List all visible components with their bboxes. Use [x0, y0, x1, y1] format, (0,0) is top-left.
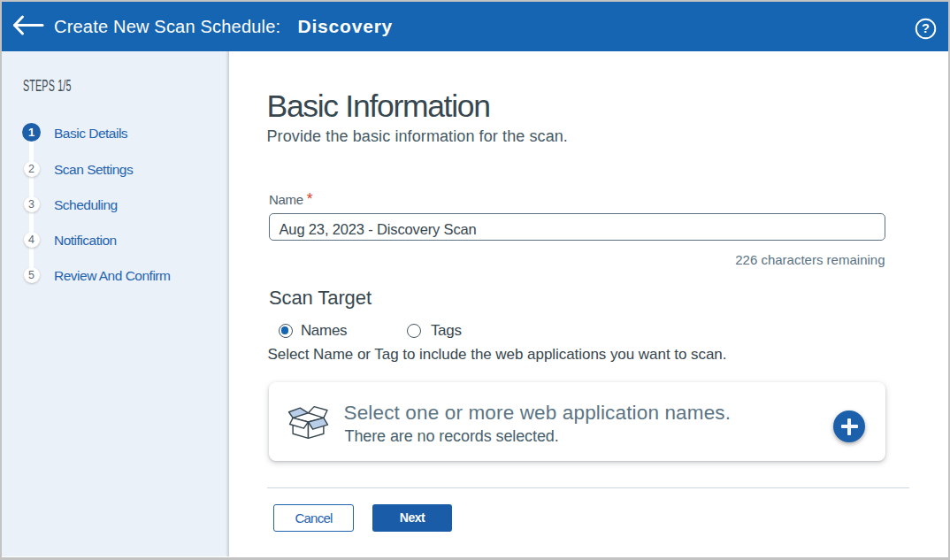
- svg-text:STEPS 1/5: STEPS 1/5: [23, 76, 72, 94]
- svg-text:?: ?: [922, 21, 930, 35]
